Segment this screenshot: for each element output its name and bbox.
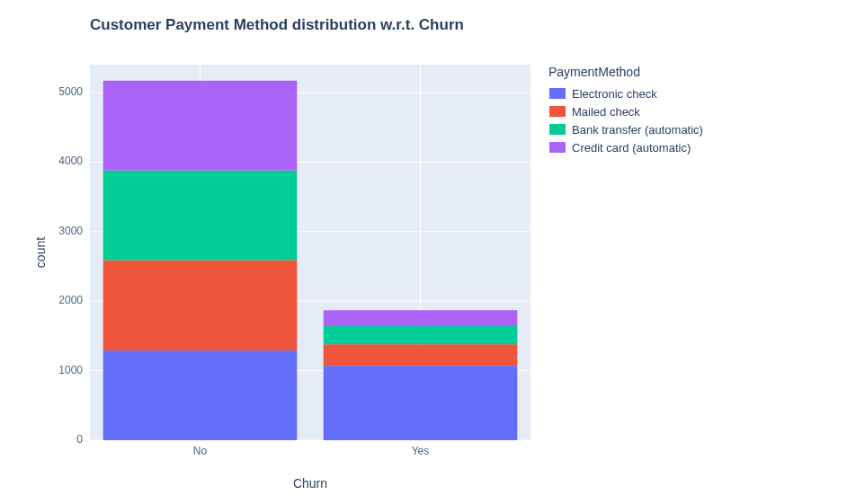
legend-label: Electronic check — [572, 87, 657, 101]
plot-svg — [90, 65, 530, 440]
legend-swatch — [548, 138, 566, 156]
bar-segment[interactable] — [103, 81, 298, 171]
legend-label: Mailed check — [572, 105, 640, 119]
legend-item[interactable]: Electronic check — [548, 84, 703, 102]
legend-swatch — [548, 102, 566, 120]
legend-item[interactable]: Mailed check — [548, 102, 703, 120]
x-tick-label: Yes — [412, 445, 430, 457]
legend-label: Credit card (automatic) — [572, 141, 691, 155]
legend: PaymentMethod Electronic checkMailed che… — [548, 65, 703, 156]
legend-swatch — [548, 120, 566, 138]
x-axis-label: Churn — [293, 476, 327, 491]
chart-title: Customer Payment Method distribution w.r… — [90, 16, 464, 34]
y-tick-label: 2000 — [0, 294, 83, 306]
legend-item[interactable]: Bank transfer (automatic) — [548, 120, 703, 138]
bar-segment[interactable] — [103, 261, 298, 351]
x-tick-label: No — [193, 445, 207, 457]
y-tick-label: 1000 — [0, 364, 83, 376]
y-tick-label: 5000 — [0, 85, 83, 98]
bar-segment[interactable] — [324, 344, 518, 366]
bar-segment[interactable] — [324, 366, 518, 440]
y-tick-label: 4000 — [0, 155, 83, 167]
bar-segment[interactable] — [103, 171, 298, 261]
legend-title: PaymentMethod — [548, 65, 703, 79]
legend-label: Bank transfer (automatic) — [572, 123, 703, 137]
plot-area — [90, 65, 530, 440]
legend-item[interactable]: Credit card (automatic) — [548, 138, 703, 156]
bar-segment[interactable] — [103, 350, 298, 440]
y-tick-label: 0 — [0, 433, 83, 446]
y-axis-label: count — [33, 237, 48, 268]
bar-segment[interactable] — [324, 310, 518, 326]
legend-swatch — [548, 84, 566, 102]
y-tick-label: 3000 — [0, 225, 83, 237]
bar-segment[interactable] — [324, 326, 518, 344]
